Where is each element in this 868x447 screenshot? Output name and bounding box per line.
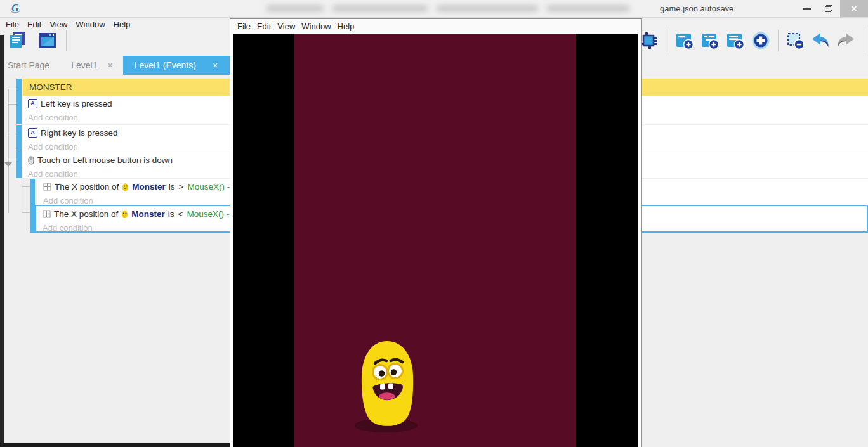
- operator: >: [179, 182, 184, 191]
- tree-line: [8, 133, 16, 133]
- add-other-event-icon[interactable]: [751, 30, 771, 51]
- comment-text: MONSTER: [29, 82, 72, 92]
- tree-line: [8, 160, 16, 160]
- position-icon: [43, 210, 51, 218]
- toolbar-separator: [864, 30, 864, 51]
- toolbar-separator: [667, 30, 667, 51]
- restore-button[interactable]: [819, 0, 839, 17]
- minimize-button[interactable]: [797, 0, 817, 17]
- operator: <: [178, 209, 183, 219]
- condition-text: The X position of: [54, 209, 118, 219]
- events-sheet-icon[interactable]: [6, 30, 29, 51]
- redo-icon[interactable]: [836, 31, 857, 50]
- event-color-bar: [16, 79, 22, 96]
- object-name: Monster: [131, 209, 165, 219]
- event-color-bar: [16, 152, 22, 178]
- object-name: Monster: [132, 182, 166, 191]
- close-icon: ×: [851, 3, 857, 15]
- event-color-bar: [30, 205, 35, 233]
- event-color-bar: [30, 179, 35, 205]
- toolbar-separator: [66, 30, 67, 51]
- bottom-edge-panel: [0, 443, 230, 447]
- preview-menu-bar: File Edit View Window Help: [230, 19, 641, 34]
- event-color-bar: [16, 125, 22, 152]
- add-event-icon[interactable]: [674, 31, 695, 50]
- close-button[interactable]: ×: [840, 0, 868, 17]
- game-preview-window: File Edit View Window Help: [230, 18, 642, 447]
- tree-line: [8, 89, 16, 89]
- menu-item-window[interactable]: Window: [76, 20, 105, 29]
- add-sub-event-icon[interactable]: [700, 31, 720, 50]
- menu-item-edit[interactable]: Edit: [27, 20, 41, 29]
- tab-level1-events[interactable]: Level1 (Events) ×: [123, 56, 230, 75]
- menu-item-help[interactable]: Help: [114, 20, 131, 29]
- expression: MouseX() -: [187, 182, 230, 191]
- monster-sprite[interactable]: [355, 339, 419, 434]
- delete-selection-icon[interactable]: [786, 31, 806, 50]
- tree-line: [8, 104, 16, 105]
- tab-level1-events-label: Level1 (Events): [135, 60, 196, 70]
- redacted-title-blur: [266, 3, 659, 14]
- condition-text: Right key is pressed: [41, 128, 118, 138]
- tree-expander-icon[interactable]: [4, 162, 12, 167]
- preview-menu-file[interactable]: File: [237, 22, 251, 31]
- tree-line: [22, 186, 30, 187]
- left-edge-panel: [0, 35, 4, 447]
- expression: MouseX() -: [187, 209, 229, 219]
- tab-level1-events-close-icon[interactable]: ×: [210, 60, 220, 70]
- tree-line: [22, 170, 22, 213]
- preview-menu-help[interactable]: Help: [338, 22, 355, 31]
- restore-icon: [825, 5, 832, 12]
- events-toolbar: [640, 30, 868, 51]
- tab-level1-close-icon[interactable]: ×: [105, 60, 115, 70]
- scene-editor-icon[interactable]: [37, 30, 58, 51]
- tab-start-page[interactable]: Start Page: [4, 60, 53, 70]
- undo-icon[interactable]: [811, 31, 831, 50]
- gdevelop-logo-icon: G: [11, 3, 19, 14]
- monster-object-icon: [122, 183, 129, 191]
- preview-menu-window[interactable]: Window: [301, 22, 331, 31]
- gdevelop-ide-window: G game.json.autosave × File Edit View Wi…: [0, 0, 868, 447]
- condition-text: Left key is pressed: [41, 99, 112, 108]
- mouse-icon: [28, 156, 34, 165]
- toolbar-separator: [778, 30, 779, 51]
- event-color-bar: [16, 96, 22, 124]
- ide-menu-bar: File Edit View Window Help: [0, 18, 234, 30]
- monster-object-icon: [121, 210, 128, 219]
- condition-text: Touch or Left mouse button is down: [37, 155, 173, 165]
- menu-item-file[interactable]: File: [6, 20, 19, 29]
- menu-item-view[interactable]: View: [49, 20, 67, 29]
- add-comment-icon[interactable]: [725, 31, 746, 50]
- monster-tongue: [379, 392, 395, 400]
- add-object-icon[interactable]: [640, 30, 660, 51]
- tree-line: [8, 89, 9, 213]
- window-title: game.json.autosave: [660, 4, 733, 13]
- game-stage: [294, 34, 576, 447]
- tab-level1[interactable]: Level1: [67, 60, 101, 70]
- keyboard-icon: A: [28, 99, 37, 108]
- tree-line: [22, 212, 30, 213]
- keyboard-icon: A: [28, 128, 37, 138]
- game-canvas[interactable]: [233, 34, 638, 447]
- main-toolbar: [6, 30, 67, 51]
- position-icon: [43, 183, 51, 191]
- editor-tab-bar: Start Page Level1 × Level1 (Events) ×: [4, 56, 230, 75]
- preview-menu-view[interactable]: View: [277, 22, 295, 31]
- preview-menu-edit[interactable]: Edit: [257, 22, 271, 31]
- condition-text: The X position of: [55, 182, 119, 191]
